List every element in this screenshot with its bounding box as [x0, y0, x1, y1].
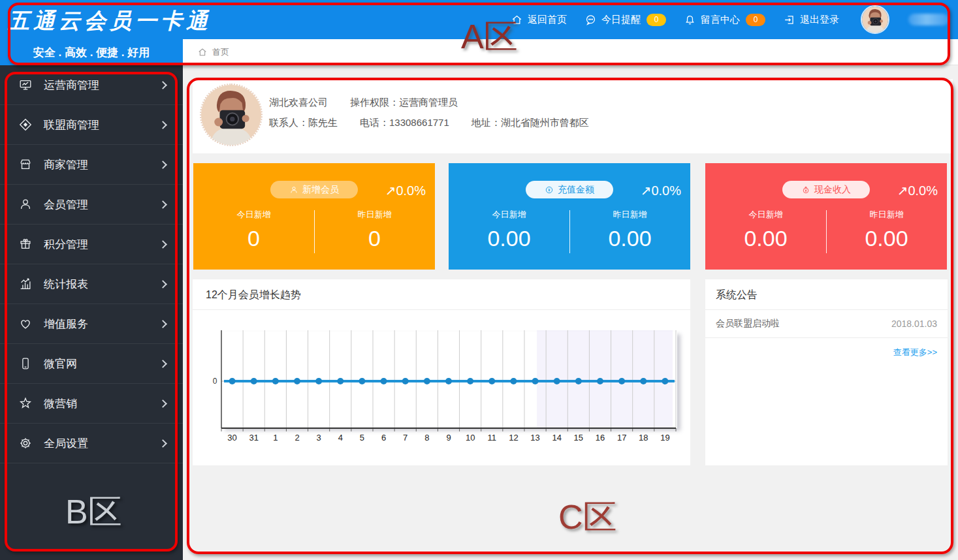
nav-message-center[interactable]: 留言中心 0	[684, 14, 765, 26]
username-redacted	[908, 14, 949, 25]
address-text: 地址：湖北省随州市曾都区	[471, 117, 589, 129]
svg-text:7: 7	[403, 433, 407, 443]
sidebar-menu: 运营商管理 联盟商管理 商家管理 会员管理 积分管理 统计报表 增值服务 微官网…	[0, 65, 183, 560]
profile-avatar	[200, 84, 263, 146]
sidebar-item-reports[interactable]: 统计报表	[0, 264, 183, 304]
yesterday-value: 0.00	[569, 226, 690, 251]
svg-text:9: 9	[446, 433, 451, 443]
chevron-right-icon	[159, 240, 167, 249]
yesterday-value: 0.00	[826, 226, 947, 251]
chevron-right-icon	[159, 161, 167, 169]
sidebar-item-operators[interactable]: 运营商管理	[0, 65, 183, 105]
diamond-icon	[18, 117, 33, 132]
divider	[569, 210, 570, 253]
nav-return-home-label: 返回首页	[528, 14, 567, 26]
yesterday-label: 昨日新增	[314, 209, 435, 221]
svg-text:31: 31	[249, 433, 258, 443]
moneybag-icon	[801, 185, 810, 194]
sidebar-item-micro-marketing[interactable]: 微营销	[0, 384, 183, 424]
today-value: 0	[193, 226, 314, 251]
svg-text:19: 19	[660, 433, 669, 443]
sidebar-item-value-added[interactable]: 增值服务	[0, 304, 183, 344]
chevron-right-icon	[159, 399, 167, 408]
star-icon	[18, 396, 33, 411]
announcements-panel: 系统公告 会员联盟启动啦 2018.01.03 查看更多>>	[705, 279, 948, 465]
svg-text:1: 1	[273, 433, 278, 443]
svg-text:3: 3	[317, 433, 321, 443]
svg-text:15: 15	[574, 433, 583, 443]
recharge-icon	[545, 185, 554, 194]
svg-text:16: 16	[596, 433, 605, 443]
sidebar-item-members[interactable]: 会员管理	[0, 185, 183, 225]
svg-text:30: 30	[227, 433, 236, 443]
today-value: 0.00	[705, 226, 826, 251]
sidebar-item-global-settings[interactable]: 全局设置	[0, 424, 183, 463]
svg-text:14: 14	[552, 433, 561, 443]
permission-text: 操作权限：运营商管理员	[350, 97, 458, 109]
nav-logout-label: 退出登录	[800, 14, 839, 26]
phone-icon	[18, 356, 33, 371]
phone-text: 电话：13308661771	[360, 117, 449, 129]
svg-text:13: 13	[530, 433, 539, 443]
member-growth-line-chart: 3031123456789101112131415161718190	[210, 329, 680, 446]
today-label: 今日新增	[193, 209, 314, 221]
logout-icon	[783, 14, 795, 26]
today-label: 今日新增	[449, 209, 569, 221]
reminders-count-badge: 0	[647, 14, 666, 26]
chevron-right-icon	[159, 360, 167, 368]
nav-today-reminders[interactable]: 今日提醒 0	[584, 14, 666, 26]
card-title-pill: 新增会员	[270, 181, 358, 198]
chart-title: 12个月会员增长趋势	[193, 279, 690, 310]
store-icon	[18, 157, 33, 172]
chevron-right-icon	[159, 121, 167, 129]
svg-text:2: 2	[295, 433, 299, 443]
breadcrumb-home[interactable]: 首页	[212, 46, 229, 58]
contact-text: 联系人：陈先生	[269, 117, 338, 129]
nav-return-home[interactable]: 返回首页	[511, 14, 567, 26]
stat-card-recharge-amount: 充值金额 ↗0.0% 今日新增0.00 昨日新增0.00	[449, 163, 690, 270]
view-more-link[interactable]: 查看更多>>	[705, 338, 948, 358]
svg-text:8: 8	[424, 433, 429, 443]
today-value: 0.00	[449, 226, 569, 251]
today-label: 今日新增	[705, 209, 826, 221]
svg-text:10: 10	[466, 433, 475, 443]
chevron-right-icon	[159, 439, 167, 448]
trend-value: ↗0.0%	[641, 183, 681, 198]
gear-icon	[18, 436, 33, 450]
card-title-pill: 现金收入	[782, 181, 870, 198]
chevron-right-icon	[159, 200, 167, 209]
user-avatar[interactable]	[861, 5, 889, 34]
announcement-text: 会员联盟启动啦	[716, 318, 780, 330]
svg-text:0: 0	[213, 377, 217, 386]
nav-today-reminders-label: 今日提醒	[601, 14, 641, 26]
tagline-text: 安全 . 高效 . 便捷 . 好用	[33, 45, 150, 60]
svg-text:4: 4	[338, 433, 343, 443]
user-icon	[289, 185, 298, 194]
yesterday-value: 0	[314, 226, 435, 251]
svg-text:11: 11	[488, 433, 497, 443]
announcement-item[interactable]: 会员联盟启动啦 2018.01.03	[705, 310, 948, 338]
heart-icon	[18, 317, 33, 331]
chat-icon	[584, 14, 597, 26]
avatar-photo-icon	[862, 7, 888, 33]
svg-text:17: 17	[617, 433, 626, 443]
divider	[826, 210, 827, 253]
announcement-date: 2018.01.03	[891, 319, 937, 329]
nav-logout[interactable]: 退出登录	[783, 14, 839, 26]
monitor-icon	[18, 78, 33, 92]
sidebar-item-points[interactable]: 积分管理	[0, 225, 183, 264]
sidebar-item-merchants[interactable]: 商家管理	[0, 145, 183, 185]
avatar-photo-icon	[201, 85, 261, 145]
divider	[314, 210, 315, 253]
nav-message-center-label: 留言中心	[701, 14, 740, 26]
sidebar-item-micro-site[interactable]: 微官网	[0, 344, 183, 384]
announcements-title: 系统公告	[705, 279, 948, 310]
yesterday-label: 昨日新增	[826, 209, 947, 221]
svg-text:12: 12	[509, 433, 518, 443]
user-icon	[18, 197, 33, 211]
svg-text:6: 6	[381, 433, 386, 443]
chevron-right-icon	[159, 280, 167, 288]
messages-count-badge: 0	[746, 14, 765, 26]
sidebar-item-alliance[interactable]: 联盟商管理	[0, 105, 183, 145]
card-title-pill: 充值金额	[526, 181, 613, 198]
